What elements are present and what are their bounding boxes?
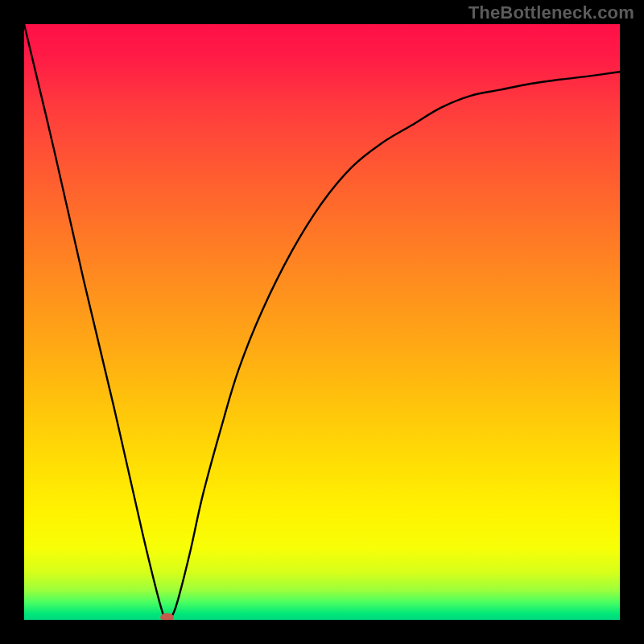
attribution-text: TheBottleneck.com: [469, 2, 634, 23]
min-marker: [161, 613, 174, 620]
bottleneck-curve: [24, 24, 620, 620]
chart-frame: TheBottleneck.com: [0, 0, 644, 644]
curve-layer: [24, 24, 620, 620]
plot-area: [24, 24, 620, 620]
